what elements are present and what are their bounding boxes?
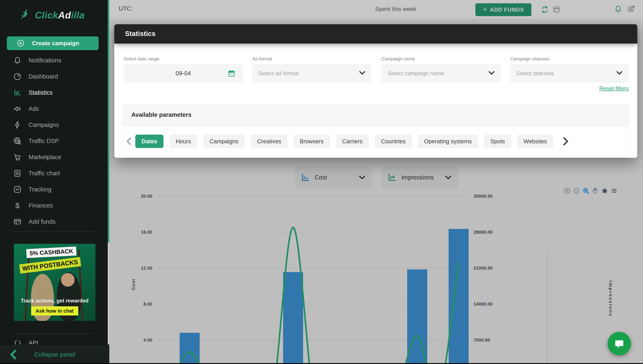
sidebar-item-traffic-dsp[interactable]: Traffic DSP xyxy=(0,133,108,149)
speaker-icon xyxy=(13,104,22,113)
collapse-panel-button[interactable]: Collapse panel xyxy=(0,344,109,364)
sidebar-item-statistics[interactable]: Statistics xyxy=(0,84,108,101)
clickadilla-dashboard: UTC: Spent this week + ADD FUNDS xyxy=(0,0,643,364)
ad-format-placeholder: Select ad format xyxy=(258,64,299,83)
tab-countries[interactable]: Countries xyxy=(375,134,412,148)
panel-header: Statistics xyxy=(114,24,637,44)
pulse-icon xyxy=(13,185,22,194)
sidebar-item-campaigns[interactable]: Campaigns xyxy=(0,117,108,133)
campaign-name-select[interactable]: Select campaign name xyxy=(382,64,501,83)
bell-icon xyxy=(13,56,22,65)
tab-carriers[interactable]: Carriers xyxy=(336,134,369,148)
svg-text:$: $ xyxy=(15,201,20,210)
ad-format-select[interactable]: Select ad format xyxy=(252,64,372,83)
tab-spots[interactable]: Spots xyxy=(484,134,511,148)
cashback-promo-banner[interactable]: 5% CASHBACK WITH POSTBACKS Track actions… xyxy=(14,244,96,321)
sidebar-item-finances[interactable]: $ Finances xyxy=(0,198,108,214)
dollar-icon: $ xyxy=(13,201,22,210)
sidebar-item-add-funds[interactable]: Add funds xyxy=(0,214,108,230)
date-range-label: Select date range xyxy=(124,56,159,62)
campaign-statuses-placeholder: Select statuses xyxy=(516,64,554,83)
ad-format-label: Ad format xyxy=(252,56,272,62)
globe-search-icon xyxy=(13,137,22,145)
tab-creatives[interactable]: Creatives xyxy=(251,134,287,148)
chevron-down-icon xyxy=(359,71,365,75)
sidebar-divider xyxy=(14,232,94,232)
create-campaign-button[interactable]: Create campaign xyxy=(7,36,99,50)
bird-logo-icon xyxy=(19,8,32,22)
tab-browsers[interactable]: Browsers xyxy=(293,134,330,148)
sidebar-scrollbar-thumb[interactable] xyxy=(108,0,109,243)
tab-campaigns[interactable]: Campaigns xyxy=(203,134,245,148)
sidebar-item-traffic-chart[interactable]: Traffic chart xyxy=(0,165,108,181)
tab-dates[interactable]: Dates xyxy=(135,134,163,148)
swing-rope xyxy=(25,250,30,321)
calendar-icon xyxy=(227,69,235,77)
window-bottom-edge xyxy=(0,363,643,364)
cart-icon xyxy=(13,153,22,162)
sidebar-divider xyxy=(14,334,94,334)
tab-websites[interactable]: Websites xyxy=(517,134,553,148)
plus-circle-icon xyxy=(17,39,25,47)
campaign-statuses-select[interactable]: Select statuses xyxy=(510,64,629,83)
support-chat-button[interactable] xyxy=(607,332,631,355)
bar-chart-icon xyxy=(13,88,22,97)
lightning-icon xyxy=(13,120,22,129)
chevron-down-icon xyxy=(616,71,622,75)
date-range-value: 09-04 xyxy=(124,64,243,83)
sidebar-menu: Notifications Dashboard Statistics xyxy=(0,52,108,230)
sidebar-scrollbar-track[interactable] xyxy=(108,0,109,344)
date-range-input[interactable]: 09-04 xyxy=(124,64,243,83)
sidebar: ClickAdilla Create campaign Notification… xyxy=(0,0,109,364)
pie-chart-icon xyxy=(13,72,22,81)
card-icon xyxy=(13,218,22,226)
banner-cashback-label: 5% CASHBACK xyxy=(26,246,77,258)
model-face xyxy=(61,273,75,287)
create-campaign-label: Create campaign xyxy=(32,40,79,47)
collapse-panel-label: Collapse panel xyxy=(0,351,109,358)
sidebar-item-notifications[interactable]: Notifications xyxy=(0,52,108,68)
available-parameters-header: Available parameters xyxy=(122,104,629,126)
sidebar-item-ads[interactable]: Ads xyxy=(0,101,108,117)
tab-hours[interactable]: Hours xyxy=(169,134,197,148)
available-parameters-card: Available parameters Dates Hours Campaig… xyxy=(122,104,629,158)
sidebar-item-tracking[interactable]: Tracking xyxy=(0,181,108,198)
campaign-name-label: Campaign name xyxy=(382,56,415,62)
logo-text: ClickAdilla xyxy=(35,10,85,20)
tab-operating-systems[interactable]: Operating systems xyxy=(418,134,478,148)
reset-filters-link[interactable]: Reset filters xyxy=(599,85,629,92)
clickadilla-logo[interactable]: ClickAdilla xyxy=(19,8,85,22)
chat-icon xyxy=(613,338,625,350)
available-parameters-title: Available parameters xyxy=(131,111,191,118)
panel-title: Statistics xyxy=(125,30,155,38)
tabs-scroll-left-icon[interactable] xyxy=(122,137,135,145)
sidebar-item-marketplace[interactable]: Marketplace xyxy=(0,149,108,165)
banner-cta-button[interactable]: Ask how in chat xyxy=(31,306,78,316)
tabs-scroll-right-icon[interactable] xyxy=(559,137,572,146)
banner-tagline: Track actions, get rewarded xyxy=(14,298,96,304)
document-icon xyxy=(13,169,22,178)
parameter-tabs-row: Dates Hours Campaigns Creatives Browsers… xyxy=(122,134,629,148)
campaign-statuses-label: Campaign statuses xyxy=(510,56,549,62)
chevron-down-icon xyxy=(489,71,495,75)
statistics-filter-panel: Statistics Select date range Ad format C… xyxy=(114,24,637,158)
sidebar-item-dashboard[interactable]: Dashboard xyxy=(0,68,108,84)
campaign-name-placeholder: Select campaign name xyxy=(388,64,444,83)
